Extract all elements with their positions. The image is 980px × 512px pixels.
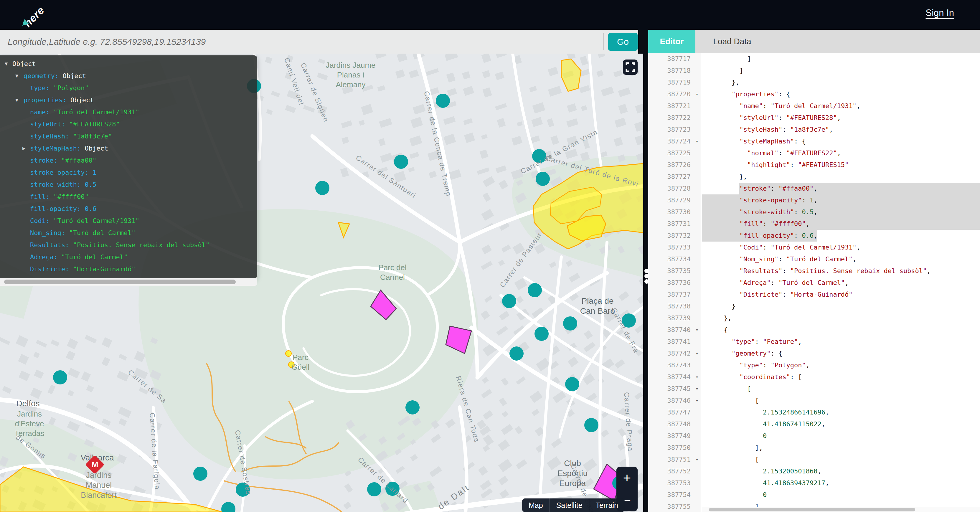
code-line[interactable]: "coordinates": [ [702,371,980,383]
feature-marker-dot[interactable] [509,347,523,361]
feature-marker-dot[interactable] [532,149,546,163]
inspector-property-row[interactable]: ▼geometry: Object [0,70,257,82]
code-line[interactable]: }, [702,171,980,183]
feature-marker-dot[interactable] [367,482,381,496]
code-line[interactable]: } [702,301,980,312]
tree-toggle-icon[interactable]: ▼ [15,70,18,82]
feature-marker-dot[interactable] [565,377,579,391]
code-line[interactable]: 41.418674115022, [702,418,980,430]
line-number[interactable]: 387724▾ [648,135,701,147]
code-line[interactable]: "geometry": { [702,348,980,359]
tree-toggle-icon[interactable]: ▶ [22,142,25,154]
feature-marker-dot[interactable] [502,294,516,308]
code-line[interactable]: "highlight": "#FEATURES15" [702,159,980,171]
code-line[interactable]: "Nom_sing": "Turó del Carmel", [702,253,980,265]
here-logo[interactable]: here [17,2,44,28]
code-editor[interactable]: 387717387718387719387720▾387721387722387… [648,53,980,512]
inspector-property-row[interactable]: ▼Object [0,58,257,70]
code-line[interactable]: "Adreça": "Turó del Carmel", [702,277,980,289]
fold-arrow-icon[interactable]: ▾ [696,88,698,100]
code-line[interactable]: "styleUrl": "#FEATURES28", [702,112,980,124]
feature-marker-dot[interactable] [584,418,598,432]
code-line[interactable]: "type": "Polygon", [702,359,980,371]
tab-load-data[interactable]: Load Data [695,30,769,53]
tree-toggle-icon[interactable]: ▼ [5,58,8,70]
editor-code-area[interactable]: ] ] }, "properties": { "name": "Turó del… [702,53,980,512]
code-line[interactable]: [ [702,383,980,395]
code-line[interactable]: }, [702,312,980,324]
code-line[interactable]: "fill": "#ffff00", [702,218,980,230]
tab-editor[interactable]: Editor [648,30,695,53]
code-line[interactable]: 2.153200501868, [702,466,980,477]
inspector-property-row[interactable]: ▼properties: Object [0,94,257,106]
line-number[interactable]: 387751▾ [648,454,701,466]
feature-marker-dot[interactable] [622,313,636,328]
feature-marker-dot[interactable] [535,327,549,341]
feature-marker-dot[interactable] [563,316,577,331]
code-line[interactable]: "stroke-width": 0.5, [702,206,980,218]
go-button[interactable]: Go [608,33,638,51]
feature-marker-dot[interactable] [394,155,408,169]
code-line[interactable]: "name": "Turó del Carmel/1931", [702,100,980,112]
yellow-feature-dot[interactable] [285,351,291,356]
feature-marker-dot[interactable] [315,181,329,195]
feature-marker-dot[interactable] [436,94,450,108]
fold-arrow-icon[interactable]: ▾ [696,324,698,336]
code-line[interactable]: "properties": { [702,88,980,100]
panel-resize-handle[interactable] [643,30,648,512]
code-line[interactable]: "stroke-opacity": 1, [702,194,980,206]
code-line[interactable]: [ [702,395,980,407]
code-line[interactable]: 2.15324866141696, [702,407,980,418]
feature-marker-dot[interactable] [236,483,250,497]
line-number[interactable]: 387720▾ [648,88,701,100]
code-line[interactable]: "type": "Feature", [702,336,980,348]
code-line[interactable]: "normal": "#FEATURES22", [702,147,980,159]
code-line[interactable]: "Districte": "Horta-Guinardó" [702,289,980,301]
line-number[interactable]: 387744▾ [648,371,701,383]
code-line[interactable]: { [702,324,980,336]
line-number[interactable]: 387742▾ [648,348,701,359]
fold-arrow-icon[interactable]: ▾ [696,454,698,466]
code-line[interactable]: "stroke": "#ffaa00", [702,183,980,194]
code-line[interactable]: 41.4186394379217, [702,477,980,489]
yellow-feature-dot[interactable] [288,362,294,368]
map-type-satellite-button[interactable]: Satellite [550,498,589,512]
code-line[interactable]: ], [702,442,980,454]
tree-toggle-icon[interactable]: ▼ [15,94,18,106]
fold-arrow-icon[interactable]: ▾ [696,395,698,407]
fold-arrow-icon[interactable]: ▾ [696,383,698,395]
code-line[interactable]: }, [702,76,980,88]
code-line[interactable]: ] [702,53,980,65]
feature-marker-dot[interactable] [53,370,67,385]
line-number: 387737 [648,289,701,301]
sign-in-link[interactable]: Sign In [926,8,954,18]
code-line[interactable]: 0 [702,489,980,501]
inspector-property-row[interactable]: ▶styleMapHash: Object [0,142,257,154]
line-number[interactable]: 387746▾ [648,395,701,407]
code-line[interactable]: "fill-opacity": 0.6, [702,230,980,242]
feature-marker-dot[interactable] [528,283,542,297]
code-line[interactable]: ] [702,65,980,76]
zoom-in-button[interactable]: + [616,468,638,487]
code-line[interactable]: "Resultats": "Positius. Sense rebaix del… [702,265,980,277]
code-line[interactable]: "styleMapHash": { [702,135,980,147]
fullscreen-button[interactable] [623,59,638,75]
feature-marker-dot[interactable] [193,467,207,481]
map-type-map-button[interactable]: Map [522,498,550,512]
map-type-terrain-button[interactable]: Terrain [589,498,625,512]
search-input[interactable] [0,30,601,54]
line-number[interactable]: 387740▾ [648,324,701,336]
code-line[interactable]: "styleHash": "1a8f3c7e", [702,124,980,135]
editor-hscrollbar-thumb[interactable] [709,508,915,511]
code-line[interactable]: [ [702,454,980,466]
fold-arrow-icon[interactable]: ▾ [696,371,698,383]
feature-marker-dot[interactable] [536,172,550,186]
code-line[interactable]: 0 [702,430,980,442]
fold-arrow-icon[interactable]: ▾ [696,348,698,359]
fold-arrow-icon[interactable]: ▾ [696,135,698,147]
code-line[interactable]: "Codi": "Turó del Carmel/1931", [702,242,980,253]
inspector-hscrollbar-thumb[interactable] [4,280,236,284]
feature-marker-dot[interactable] [406,400,420,415]
feature-marker-dot[interactable] [385,482,399,496]
line-number[interactable]: 387745▾ [648,383,701,395]
